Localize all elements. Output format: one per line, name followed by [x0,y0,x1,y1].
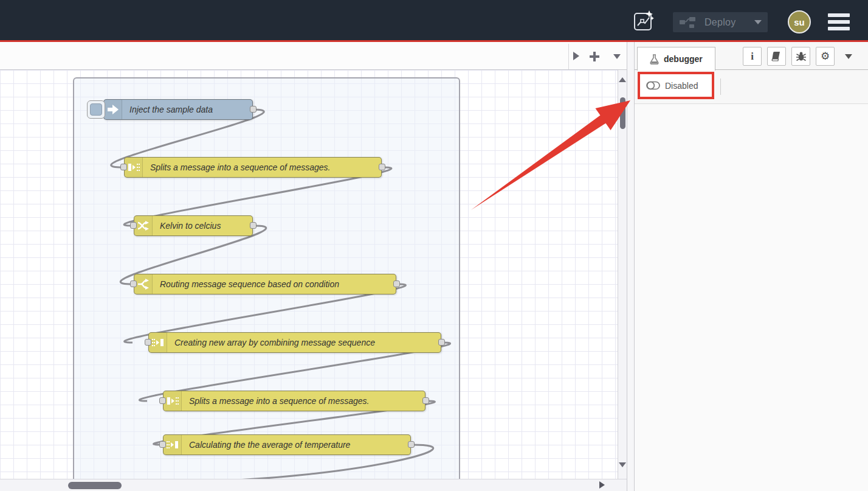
flow-node-split[interactable]: Splits a message into a sequence of mess… [163,391,425,411]
join-icon [149,333,167,352]
ai-assistant-icon[interactable] [632,9,655,32]
node-label: Kelvin to celcius [153,216,227,235]
flask-icon [650,54,659,64]
plus-icon [589,51,600,62]
sidebar: debugger i [635,42,868,491]
tab-config[interactable]: ⚙ [816,47,835,66]
info-icon: i [751,50,754,63]
shuffle-icon [134,216,153,235]
inject-arrow-icon [104,100,122,119]
debugger-disabled-toggle[interactable]: Disabled [640,74,712,97]
fork-icon [134,274,153,294]
scroll-tabs-right-icon[interactable] [573,52,579,60]
scroll-down-icon[interactable] [619,462,626,467]
output-port[interactable] [422,397,429,404]
node-label: Routing message sequence based on condit… [153,274,345,294]
deploy-button[interactable]: Deploy [673,12,768,32]
input-port[interactable] [159,441,166,448]
list-flows-icon[interactable] [613,54,621,59]
toggle-off-icon [646,81,660,90]
output-port[interactable] [408,441,415,448]
input-port[interactable] [145,339,151,346]
toggle-label: Disabled [665,81,698,91]
debugger-toolbar: Disabled [635,70,868,104]
flow-node-switch[interactable]: Routing message sequence based on condit… [134,274,396,294]
output-port[interactable] [250,106,257,113]
flow-node-split[interactable]: Splits a message into a sequence of mess… [124,157,382,178]
bug-icon [796,51,807,61]
output-port[interactable] [379,164,385,170]
flow-node-change[interactable]: Kelvin to celcius [134,215,253,236]
node-label: Creating new array by combining message … [167,333,381,352]
chevron-down-icon[interactable] [754,20,762,24]
deploy-nodes-icon [679,16,696,29]
flow-canvas[interactable]: Inject the sample data Splits a message … [0,70,618,479]
input-port[interactable] [159,397,166,404]
input-port[interactable] [120,164,127,170]
gear-icon: ⚙ [821,51,830,61]
input-port[interactable] [130,222,137,229]
flow-node-join[interactable]: Creating new array by combining message … [148,332,441,353]
inject-button[interactable] [87,100,105,119]
debugger-panel-content [635,104,868,490]
node-label: Splits a message into a sequence of mess… [182,391,376,411]
vertical-scrollbar-thumb[interactable] [620,97,625,129]
sidebar-splitter[interactable] [627,42,635,491]
flow-node-join[interactable]: Calculating the the average of temperatu… [163,434,411,455]
tab-info[interactable]: i [743,47,762,66]
canvas-horizontal-scrollbar[interactable] [0,479,627,491]
book-icon [771,51,782,61]
tab-debugger[interactable]: debugger [637,47,715,71]
more-tabs-chevron-icon[interactable] [845,54,852,59]
output-port[interactable] [250,222,257,229]
add-flow-button[interactable] [589,51,600,62]
output-port[interactable] [438,339,445,346]
canvas-vertical-scrollbar[interactable] [618,70,627,479]
sidebar-tab-bar: debugger i [635,42,868,70]
app-header: Deploy su [0,0,868,40]
join-icon [164,435,182,454]
horizontal-scrollbar-thumb[interactable] [68,482,122,489]
output-port[interactable] [393,280,400,287]
tabstrip-separator [568,44,569,69]
node-label: Inject the sample data [122,100,219,119]
scroll-right-icon[interactable] [599,481,605,489]
hamburger-menu-icon[interactable] [828,13,850,30]
annotation-highlight-box: Disabled [638,72,714,99]
tab-debug[interactable] [791,47,810,66]
node-label: Splits a message into a sequence of mess… [143,158,337,177]
node-label: Calculating the the average of temperatu… [182,435,356,454]
tab-help[interactable] [767,47,786,66]
deploy-button-label: Deploy [704,17,736,28]
scroll-up-icon[interactable] [619,77,626,82]
avatar-initials: su [794,17,805,27]
workspace-tab-strip [0,42,627,70]
split-icon [125,158,143,177]
split-icon [164,391,182,411]
tab-label: debugger [664,54,703,64]
input-port[interactable] [130,280,137,287]
user-avatar[interactable]: su [788,10,811,33]
toolbar-divider [720,78,721,95]
flow-node-inject[interactable]: Inject the sample data [103,99,253,120]
